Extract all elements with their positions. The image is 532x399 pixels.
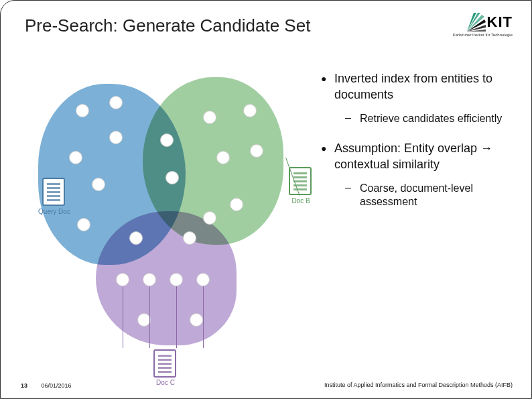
- page-number: 13: [21, 382, 27, 389]
- logo-fan-icon: [467, 13, 486, 32]
- venn-diagram: Query Doc Doc B Doc C: [29, 64, 310, 345]
- slide: Pre-Search: Generate Candidate Set KIT K…: [0, 0, 532, 399]
- entity-node: [183, 231, 196, 245]
- doc-connector: [176, 286, 177, 348]
- entity-node: [77, 218, 90, 231]
- bullet-1: ● Inverted index from entities to docume…: [321, 70, 515, 103]
- footer-date: 06/01/2016: [42, 382, 72, 389]
- logo-text: KIT: [487, 13, 513, 31]
- bullet-dot-icon: ●: [321, 70, 334, 103]
- bullet-2-text: Assumption: Entity overlap → contextual …: [334, 140, 515, 172]
- doc-query-icon: [42, 178, 65, 206]
- doc-connector: [203, 286, 204, 348]
- entity-node: [137, 313, 151, 327]
- entity-node: [165, 171, 179, 184]
- entity-node: [69, 151, 82, 164]
- bullet-2-sub: – Coarse, document-level assessment: [345, 182, 515, 209]
- entity-node: [170, 273, 183, 286]
- entity-node: [109, 131, 123, 144]
- entity-node: [243, 104, 257, 117]
- bullet-1-sub: – Retrieve candidates efficiently: [345, 112, 515, 125]
- logo-subtitle: Karlsruher Institut für Technologie: [453, 33, 513, 37]
- entity-node: [216, 151, 230, 164]
- entity-node: [190, 313, 203, 327]
- slide-title: Pre-Search: Generate Candidate Set: [25, 15, 310, 36]
- entity-node: [203, 211, 216, 225]
- doc-query-label: Query Doc: [38, 208, 70, 215]
- bullet-list: ● Inverted index from entities to docume…: [321, 70, 515, 223]
- footer-left: 13 06/01/2016: [21, 382, 72, 389]
- footer-institute: Institute of Applied Informatics and For…: [324, 381, 513, 389]
- entity-node: [76, 104, 89, 117]
- doc-c-icon: [153, 349, 176, 378]
- doc-connector: [149, 286, 150, 348]
- entity-node: [129, 231, 143, 245]
- bullet-dash-icon: –: [345, 112, 360, 125]
- bullet-1-text: Inverted index from entities to document…: [334, 70, 515, 103]
- entity-node: [92, 178, 105, 191]
- bullet-2: ● Assumption: Entity overlap → contextua…: [321, 140, 515, 172]
- bullet-2-sub-text: Coarse, document-level assessment: [360, 182, 515, 209]
- entity-node: [143, 273, 156, 286]
- kit-logo: KIT Karlsruher Institut für Technologie: [453, 13, 513, 37]
- entity-node: [203, 111, 216, 124]
- bullet-1-sub-text: Retrieve candidates efficiently: [360, 112, 515, 125]
- entity-node: [109, 96, 123, 109]
- entity-node: [116, 273, 129, 286]
- entity-node: [196, 273, 210, 286]
- entity-node: [160, 133, 174, 147]
- bullet-dot-icon: ●: [321, 140, 334, 172]
- doc-connector: [123, 286, 123, 348]
- bullet-dash-icon: –: [345, 182, 360, 209]
- entity-node: [230, 198, 243, 211]
- logo-mark: KIT: [467, 13, 513, 32]
- entity-node: [250, 144, 263, 158]
- footer: 13 06/01/2016 Institute of Applied Infor…: [1, 381, 531, 389]
